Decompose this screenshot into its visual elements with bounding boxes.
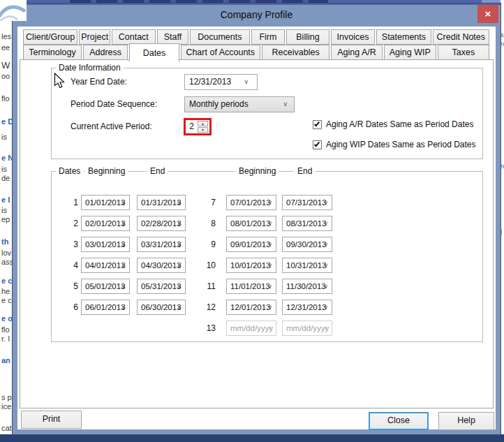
- chevron-down-icon[interactable]: ∨: [121, 196, 126, 209]
- period-10-end-combobox[interactable]: 10/31/2013∨: [282, 258, 332, 273]
- chevron-down-icon[interactable]: ∨: [267, 258, 272, 272]
- period-9-begin-combobox[interactable]: 09/01/2013∨: [226, 237, 276, 252]
- background-text: e c: [1, 296, 12, 304]
- chevron-down-icon[interactable]: ∨: [323, 216, 328, 230]
- background-heading: e c: [1, 277, 12, 285]
- period-12-end-combobox[interactable]: 12/31/2013∨: [282, 300, 332, 315]
- date-information-group: Date Information Year End Date: 12/31/20…: [51, 68, 483, 159]
- period-6-begin-combobox[interactable]: 06/01/2013∨: [81, 300, 130, 315]
- tab-receivables[interactable]: Receivables: [262, 45, 330, 60]
- chevron-down-icon[interactable]: ∨: [121, 300, 126, 314]
- tab-client-group[interactable]: Client/Group: [23, 29, 77, 45]
- chevron-down-icon[interactable]: ∨: [177, 300, 181, 314]
- period-11-end-combobox[interactable]: 11/30/2013∨: [282, 279, 332, 294]
- spin-up-icon[interactable]: ▲: [198, 121, 208, 126]
- period-number: 1: [57, 195, 78, 210]
- chevron-down-icon[interactable]: ∨: [177, 196, 181, 209]
- period-8-begin-combobox[interactable]: 08/01/2013∨: [226, 216, 276, 231]
- period-3-begin-combobox[interactable]: 03/01/2013∨: [81, 237, 130, 252]
- column-header-beginning-right: Beginning: [235, 166, 279, 176]
- red-highlight-annotation: 2 ▲ ▼: [184, 118, 212, 135]
- tab-project[interactable]: Project: [79, 29, 110, 45]
- chevron-down-icon[interactable]: ∨: [121, 216, 126, 230]
- period-4-begin-combobox[interactable]: 04/01/2013∨: [81, 258, 130, 273]
- period-9-end-combobox[interactable]: 09/30/2013∨: [282, 237, 332, 252]
- period-6-end-combobox[interactable]: 06/30/2013∨: [137, 300, 186, 315]
- period-12-begin-combobox[interactable]: 12/01/2013∨: [226, 300, 276, 315]
- period-13-begin-combobox: mm/dd/yyyy∨: [226, 321, 276, 336]
- close-icon[interactable]: ×: [477, 5, 498, 23]
- chevron-down-icon[interactable]: ∨: [121, 237, 126, 251]
- background-text: ice: [1, 402, 11, 411]
- tab-statements[interactable]: Statements: [376, 29, 431, 45]
- period-2-begin-combobox[interactable]: 02/01/2013∨: [81, 216, 130, 231]
- background-text: s p: [1, 393, 12, 402]
- print-button[interactable]: Print: [21, 411, 82, 429]
- title-bar[interactable]: Company Profile ×: [13, 3, 501, 27]
- background-heading: e I: [1, 196, 10, 204]
- tab-documents[interactable]: Documents: [190, 29, 249, 45]
- background-text: W: [1, 61, 10, 70]
- tab-billing[interactable]: Billing: [286, 29, 329, 45]
- period-date-sequence-combobox[interactable]: Monthly periods ∨: [184, 96, 295, 112]
- period-5-begin-combobox[interactable]: 05/01/2013∨: [81, 279, 130, 294]
- tab-taxes[interactable]: Taxes: [438, 45, 489, 60]
- period-1-end-combobox[interactable]: 01/31/2013∨: [137, 195, 186, 210]
- chevron-down-icon[interactable]: ∨: [323, 258, 328, 272]
- checkmark-icon: [314, 140, 320, 147]
- tab-address[interactable]: Address: [83, 45, 128, 60]
- help-button[interactable]: Help: [438, 412, 494, 430]
- chevron-down-icon[interactable]: ∨: [267, 279, 272, 293]
- period-5-end-combobox[interactable]: 05/31/2013∨: [137, 279, 186, 294]
- period-row-13: 13 mm/dd/yyyy∨ mm/dd/yyyy∨: [52, 321, 482, 336]
- aging-wip-same-checkbox[interactable]: [313, 140, 322, 149]
- chevron-down-icon[interactable]: ∨: [121, 279, 126, 293]
- chevron-down-icon[interactable]: ∨: [323, 279, 328, 293]
- tab-aging-wip[interactable]: Aging WIP: [384, 45, 436, 60]
- chevron-down-icon[interactable]: ∨: [244, 75, 249, 89]
- background-text: is: [1, 206, 7, 214]
- chevron-down-icon[interactable]: ∨: [323, 237, 328, 251]
- chevron-down-icon[interactable]: ∨: [323, 196, 328, 209]
- chevron-down-icon[interactable]: ∨: [177, 258, 181, 272]
- period-11-begin-combobox[interactable]: 11/01/2013∨: [226, 279, 276, 294]
- chevron-down-icon[interactable]: ∨: [267, 300, 272, 314]
- background-page-right-sliver: s n n l: [501, 0, 504, 434]
- chevron-down-icon[interactable]: ∨: [283, 97, 288, 112]
- period-1-begin-combobox[interactable]: 01/01/2013∨: [81, 195, 130, 210]
- chevron-down-icon[interactable]: ∨: [177, 237, 181, 251]
- period-3-end-combobox[interactable]: 03/31/2013∨: [137, 237, 186, 252]
- spin-down-icon[interactable]: ▼: [198, 127, 208, 133]
- chevron-down-icon[interactable]: ∨: [177, 279, 181, 293]
- period-10-begin-combobox[interactable]: 10/01/2013∨: [226, 258, 276, 273]
- current-active-period-spinner[interactable]: 2: [186, 120, 198, 133]
- chevron-down-icon[interactable]: ∨: [323, 300, 328, 314]
- background-text: oo: [1, 72, 10, 80]
- tab-invoices[interactable]: Invoices: [331, 29, 376, 45]
- tab-dates[interactable]: Dates: [129, 43, 179, 61]
- close-button[interactable]: Close: [369, 412, 429, 430]
- chevron-down-icon[interactable]: ∨: [267, 237, 272, 251]
- tab-firm[interactable]: Firm: [251, 29, 286, 45]
- chevron-down-icon[interactable]: ∨: [267, 196, 272, 209]
- period-number: 9: [195, 237, 216, 252]
- tab-contact[interactable]: Contact: [112, 29, 156, 45]
- tab-staff[interactable]: Staff: [157, 29, 189, 45]
- period-number: 8: [195, 216, 216, 231]
- chevron-down-icon[interactable]: ∨: [121, 258, 126, 272]
- period-7-end-combobox[interactable]: 07/31/2013∨: [282, 195, 332, 210]
- year-end-date-combobox[interactable]: 12/31/2013 ∨: [184, 74, 258, 90]
- tab-aging-ar[interactable]: Aging A/R: [331, 45, 382, 60]
- period-4-end-combobox[interactable]: 04/30/2013∨: [137, 258, 186, 273]
- tab-terminology[interactable]: Terminology: [23, 45, 82, 60]
- background-heading: an: [1, 356, 10, 364]
- period-8-end-combobox[interactable]: 08/31/2013∨: [282, 216, 332, 231]
- aging-ar-same-checkbox[interactable]: [313, 120, 322, 129]
- period-number: 12: [195, 300, 216, 315]
- tab-chart-of-accounts[interactable]: Chart of Accounts: [181, 45, 260, 60]
- chevron-down-icon[interactable]: ∨: [267, 216, 272, 230]
- chevron-down-icon[interactable]: ∨: [177, 216, 181, 230]
- tab-credit-notes[interactable]: Credit Notes: [433, 29, 489, 45]
- period-7-begin-combobox[interactable]: 07/01/2013∨: [226, 195, 276, 210]
- period-2-end-combobox[interactable]: 02/28/2013∨: [137, 216, 186, 231]
